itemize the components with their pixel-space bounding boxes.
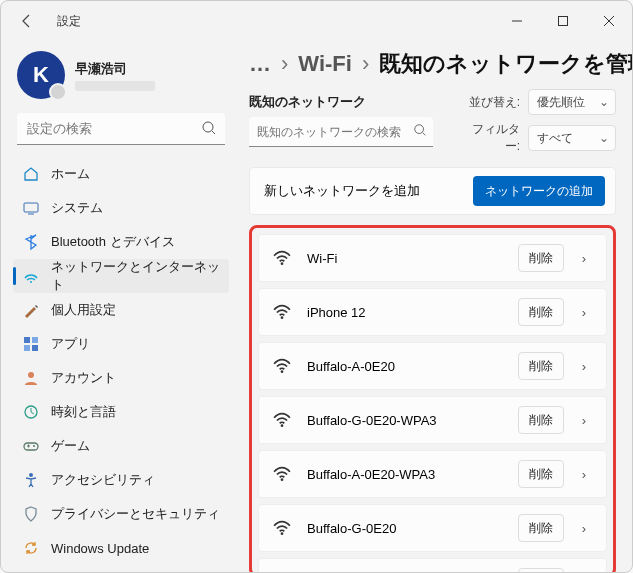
filter-dropdown[interactable]: すべて ⌄ xyxy=(528,125,616,151)
network-item[interactable]: Wi-Fi削除› xyxy=(258,234,607,282)
sidebar-item-home[interactable]: ホーム xyxy=(13,157,229,191)
chevron-right-icon[interactable]: › xyxy=(572,305,596,320)
network-name: iPhone 12 xyxy=(307,305,518,320)
delete-button[interactable]: 削除 xyxy=(518,298,564,326)
svg-point-11 xyxy=(33,445,35,447)
delete-button[interactable]: 削除 xyxy=(518,406,564,434)
wifi-icon xyxy=(273,303,291,321)
accessibility-icon xyxy=(23,472,39,488)
delete-button[interactable]: 削除 xyxy=(518,514,564,542)
sidebar-item-time[interactable]: 時刻と言語 xyxy=(13,395,229,429)
sidebar-item-accessibility[interactable]: アクセシビリティ xyxy=(13,463,229,497)
home-icon xyxy=(23,166,39,182)
minimize-button[interactable] xyxy=(494,1,540,41)
network-item[interactable]: Buffalo-G-0E20-WPA3削除› xyxy=(258,396,607,444)
chevron-right-icon[interactable]: › xyxy=(572,413,596,428)
sidebar-item-label: Windows Update xyxy=(51,541,149,556)
profile-block[interactable]: K 早瀬浩司 xyxy=(13,45,229,109)
sidebar-item-label: アプリ xyxy=(51,335,90,353)
network-name: Buffalo-A-0E20-WPA3 xyxy=(307,467,518,482)
wifi-icon xyxy=(273,411,291,429)
sidebar-item-bluetooth[interactable]: Bluetooth とデバイス xyxy=(13,225,229,259)
svg-point-12 xyxy=(29,473,33,477)
search-input[interactable] xyxy=(17,113,225,145)
svg-point-1 xyxy=(203,122,213,132)
known-networks-list: Wi-Fi削除›iPhone 12削除›Buffalo-A-0E20削除›Buf… xyxy=(249,225,616,572)
network-item[interactable]: Xperia XZ_e793削除› xyxy=(258,558,607,572)
update-icon xyxy=(23,540,39,556)
search-icon xyxy=(413,123,427,141)
bluetooth-icon xyxy=(23,234,39,250)
chevron-right-icon: › xyxy=(362,51,369,77)
sidebar: K 早瀬浩司 ホームシステムBluetooth とデバイスネットワークとインター… xyxy=(1,41,237,572)
chevron-right-icon[interactable]: › xyxy=(572,359,596,374)
sidebar-item-label: Bluetooth とデバイス xyxy=(51,233,175,251)
svg-rect-2 xyxy=(24,203,38,212)
breadcrumb-current: 既知のネットワークを管理 xyxy=(379,49,632,79)
sidebar-item-label: ネットワークとインターネット xyxy=(51,258,221,294)
network-name: Buffalo-G-0E20-WPA3 xyxy=(307,413,518,428)
chevron-right-icon: › xyxy=(281,51,288,77)
sidebar-item-update[interactable]: Windows Update xyxy=(13,531,229,565)
chevron-down-icon: ⌄ xyxy=(599,131,609,145)
account-icon xyxy=(23,370,39,386)
delete-button[interactable]: 削除 xyxy=(518,460,564,488)
back-button[interactable] xyxy=(17,11,37,31)
network-item[interactable]: Buffalo-A-0E20-WPA3削除› xyxy=(258,450,607,498)
chevron-right-icon[interactable]: › xyxy=(572,467,596,482)
network-item[interactable]: Buffalo-G-0E20削除› xyxy=(258,504,607,552)
chevron-right-icon[interactable]: › xyxy=(572,251,596,266)
window-title: 設定 xyxy=(57,13,81,30)
svg-rect-0 xyxy=(559,17,568,26)
known-networks-heading: 既知のネットワーク xyxy=(249,93,433,111)
sidebar-item-label: 時刻と言語 xyxy=(51,403,116,421)
chevron-right-icon[interactable]: › xyxy=(572,521,596,536)
svg-point-3 xyxy=(30,281,32,283)
sidebar-item-network[interactable]: ネットワークとインターネット xyxy=(13,259,229,293)
breadcrumb-more[interactable]: … xyxy=(249,51,271,77)
svg-rect-4 xyxy=(24,337,30,343)
sort-dropdown[interactable]: 優先順位 ⌄ xyxy=(528,89,616,115)
sidebar-item-label: ホーム xyxy=(51,165,90,183)
time-icon xyxy=(23,404,39,420)
sidebar-item-system[interactable]: システム xyxy=(13,191,229,225)
profile-name: 早瀬浩司 xyxy=(75,60,155,78)
sidebar-item-account[interactable]: アカウント xyxy=(13,361,229,395)
svg-rect-7 xyxy=(32,345,38,351)
close-button[interactable] xyxy=(586,1,632,41)
network-name: Wi-Fi xyxy=(307,251,518,266)
maximize-button[interactable] xyxy=(540,1,586,41)
sidebar-item-label: プライバシーとセキュリティ xyxy=(51,505,220,523)
network-icon xyxy=(23,268,39,284)
settings-search[interactable] xyxy=(17,113,225,145)
search-icon xyxy=(201,120,217,140)
breadcrumb-wifi[interactable]: Wi-Fi xyxy=(298,51,352,77)
delete-button[interactable]: 削除 xyxy=(518,244,564,272)
system-icon xyxy=(23,200,39,216)
sidebar-item-label: ゲーム xyxy=(51,437,90,455)
wifi-icon xyxy=(273,465,291,483)
sidebar-item-privacy[interactable]: プライバシーとセキュリティ xyxy=(13,497,229,531)
gaming-icon xyxy=(23,438,39,454)
network-item[interactable]: Buffalo-A-0E20削除› xyxy=(258,342,607,390)
delete-button[interactable]: 削除 xyxy=(518,352,564,380)
sidebar-item-gaming[interactable]: ゲーム xyxy=(13,429,229,463)
delete-button[interactable]: 削除 xyxy=(518,568,564,572)
svg-point-14 xyxy=(281,262,284,265)
network-search[interactable] xyxy=(249,117,433,147)
sort-label: 並び替え: xyxy=(466,94,520,111)
svg-rect-10 xyxy=(24,443,38,450)
breadcrumb: … › Wi-Fi › 既知のネットワークを管理 xyxy=(249,49,616,79)
sidebar-item-personalize[interactable]: 個人用設定 xyxy=(13,293,229,327)
svg-rect-6 xyxy=(24,345,30,351)
sidebar-item-label: アクセシビリティ xyxy=(51,471,155,489)
main-content: … › Wi-Fi › 既知のネットワークを管理 既知のネットワーク xyxy=(237,41,632,572)
sidebar-item-label: 個人用設定 xyxy=(51,301,116,319)
sidebar-item-apps[interactable]: アプリ xyxy=(13,327,229,361)
add-network-button[interactable]: ネットワークの追加 xyxy=(473,176,605,206)
network-item[interactable]: iPhone 12削除› xyxy=(258,288,607,336)
privacy-icon xyxy=(23,506,39,522)
svg-point-8 xyxy=(28,372,34,378)
network-search-input[interactable] xyxy=(249,117,433,147)
apps-icon xyxy=(23,336,39,352)
